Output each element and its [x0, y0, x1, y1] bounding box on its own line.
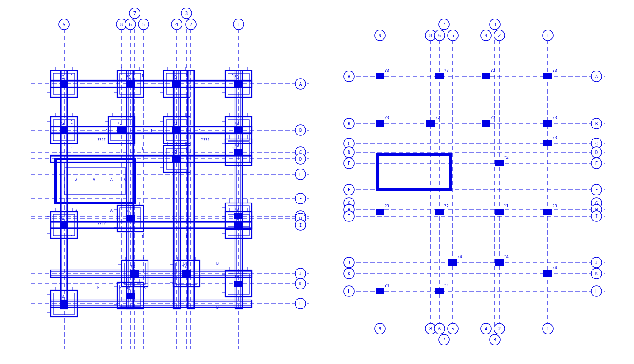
section-note: 1 [71, 74, 73, 78]
grid-label: F [595, 187, 598, 193]
column-mark: ?2 [172, 121, 177, 126]
section-note: A [75, 178, 77, 182]
column [376, 209, 384, 215]
grid-label: 4 [175, 22, 178, 27]
grid-label: A [595, 74, 598, 79]
column [60, 81, 68, 87]
column [448, 259, 457, 266]
column [172, 156, 181, 162]
column [482, 120, 490, 127]
section-note: A [93, 178, 95, 182]
grid-label: I [595, 214, 598, 219]
section-note: 1 [186, 74, 188, 78]
column-mark: ?3 [552, 68, 557, 73]
grid-label: 3 [494, 22, 497, 27]
grid-label: 7 [133, 11, 137, 16]
grid-label: J [595, 260, 598, 266]
grid-label: 1 [547, 33, 550, 38]
grid-label: D [595, 150, 598, 155]
column-mark: ?3 [384, 204, 389, 208]
grid-label: 9 [63, 22, 66, 27]
grid-label: 8 [429, 33, 433, 38]
section-note: B [216, 262, 219, 266]
grid-label: 9 [379, 326, 382, 332]
column-mark: ?3 [444, 68, 449, 73]
column [60, 222, 68, 228]
column-mark: ?2 [172, 150, 177, 154]
column [60, 127, 68, 133]
section-note: A [75, 209, 77, 213]
column [435, 209, 444, 215]
grid-label: 2 [498, 33, 501, 38]
grid-label: 8 [429, 326, 433, 332]
grid-label: 1 [547, 326, 550, 332]
column-mark: ?2 [490, 116, 495, 120]
column [234, 127, 243, 133]
column [126, 81, 135, 87]
column-mark: ?3 [552, 135, 557, 140]
grid-label: L [299, 301, 302, 307]
grid-label: E [348, 161, 351, 166]
column [234, 222, 243, 228]
section-note: A [110, 209, 113, 213]
column-mark: ?3 [60, 121, 65, 126]
column-mark: ?3 [234, 121, 239, 126]
grid-label: 2 [498, 326, 501, 332]
section-note: 1 [71, 120, 73, 124]
grid-label: 7 [443, 22, 446, 27]
column-mark: ?4 [126, 287, 131, 291]
section-note: B [216, 306, 219, 310]
column [435, 73, 444, 79]
grid-label: 1 [237, 22, 240, 27]
grid-label: 5 [452, 326, 455, 332]
grid-label: A [348, 74, 351, 79]
column-mark: ?3 [552, 116, 557, 120]
column-mark: ?3 [384, 68, 389, 73]
grid-label: 5 [142, 22, 145, 27]
section-note: 1 [141, 147, 144, 151]
section-note: ???? [201, 138, 209, 142]
column-mark: ?4 [384, 283, 389, 288]
section-note: B [119, 286, 121, 290]
column-mark: ?3 [126, 75, 131, 79]
column-mark: ?2 [504, 155, 509, 160]
column-mark: ?4 [457, 255, 462, 259]
column [482, 73, 490, 79]
column-mark: ?4 [552, 266, 557, 270]
section-note: 1 [199, 129, 201, 133]
column [426, 120, 435, 127]
grid-label: 4 [485, 326, 488, 332]
column-mark: ?3 [60, 216, 65, 221]
grid-label: K [299, 281, 302, 287]
grid-label: J [348, 260, 351, 266]
section-note: ???? [97, 138, 106, 142]
column [172, 81, 181, 87]
section-note: B [144, 286, 146, 290]
column-mark: ?3 [234, 75, 239, 79]
column-mark: ?3 [384, 116, 389, 120]
shear-wall-inner [64, 168, 126, 194]
column [234, 81, 243, 87]
section-note: A [110, 178, 113, 182]
grid-label: K [348, 271, 351, 277]
column-mark: ?3 [234, 143, 239, 148]
column [130, 270, 139, 277]
section-note: 1 [71, 235, 73, 239]
column-mark: ?4 [130, 265, 135, 269]
column-mark: ?3 [490, 68, 495, 73]
column [376, 120, 384, 127]
grid-label: 9 [379, 33, 382, 38]
grid-label: 5 [452, 33, 455, 38]
column [182, 270, 191, 277]
column-mark: ?3 [60, 75, 65, 79]
grid-label: K [595, 271, 598, 277]
section-note: B [97, 286, 99, 290]
grid-label: F [299, 196, 302, 202]
section-note: 1 [141, 235, 144, 239]
column-mark: ?3 [234, 207, 239, 212]
section-note: ???? [97, 222, 106, 226]
grid-label: B [595, 121, 598, 127]
column [117, 127, 126, 133]
column [376, 288, 384, 294]
grid-label: B [348, 121, 351, 127]
